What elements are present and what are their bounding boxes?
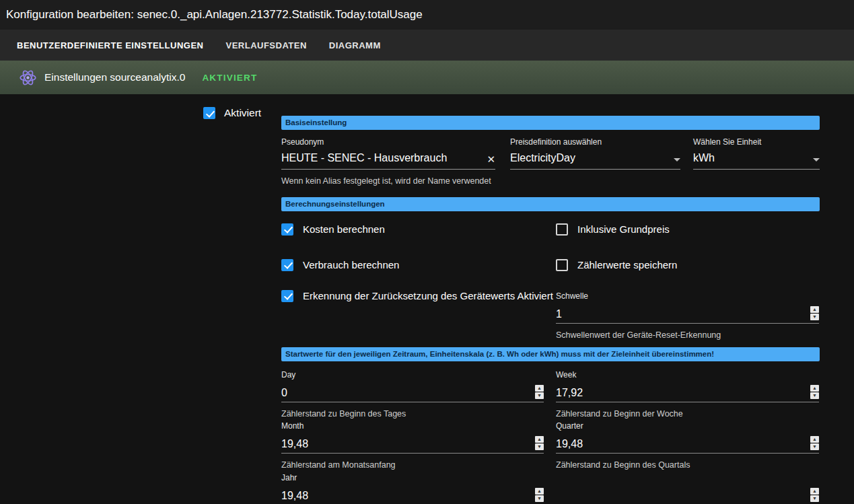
tab-custom-settings[interactable]: BENUTZERDEFINIERTE EINSTELLUNGEN [17,40,203,50]
pseudonym-label: Pseudonym [281,137,495,147]
stepper-down-icon[interactable]: ▼ [810,495,819,502]
kosten-berechnen-checkbox[interactable] [281,223,293,236]
stepper-up-icon[interactable]: ▲ [810,488,819,495]
year-label: Jahr [281,473,544,482]
tab-bar: BENUTZERDEFINIERTE EINSTELLUNGEN VERLAUF… [0,30,854,61]
start-value-week-field: Week 17,92 ▲ ▼ Zählerstand zu Beginn der… [556,370,819,421]
enabled-checkbox[interactable] [203,107,215,119]
checkbox-row-kosten-berechnen[interactable]: Kosten berechnen [281,223,556,236]
threshold-helper: Schwellenwert der Geräte-Reset-Erkennung [556,329,819,342]
unit-field: Wählen Sie Einheit kWh [693,137,820,188]
adapter-title: Einstellungen sourceanalytix.0 [44,71,185,83]
dialog-title-bar: Konfiguration bearbeiten: senec.0._api.A… [0,0,854,30]
start-values-grid: Day 0 ▲ ▼ Zählerstand zu Beginn des Tage… [281,370,820,504]
month-input[interactable]: 19,48 ▲ ▼ [281,436,544,454]
year-value: 19,48 [281,490,308,502]
week-stepper[interactable]: ▲ ▼ [810,385,819,399]
day-helper: Zählerstand zu Beginn des Tages [281,408,544,421]
stepper-up-icon[interactable]: ▲ [535,436,544,443]
threshold-field: Schwelle 1 ▲ ▼ Schwellenwert der Geräte-… [556,289,819,342]
stepper-up-icon[interactable]: ▲ [810,436,819,443]
checkbox-row-reset-erkennung[interactable]: Erkennung der Zurücksetzung des Gerätewe… [281,289,556,303]
week-input[interactable]: 17,92 ▲ ▼ [556,385,819,402]
week-helper: Zählerstand zu Beginn der Woche [556,408,819,421]
tab-history-data[interactable]: VERLAUFSDATEN [225,40,306,50]
stepper-up-icon[interactable]: ▲ [535,488,544,495]
unit-select[interactable]: kWh [693,152,820,170]
month-value: 19,48 [281,438,308,450]
checkbox-row-inklusive-grundpreis[interactable]: Inklusive Grundpreis [556,223,819,236]
day-value: 0 [281,387,287,399]
day-label: Day [281,370,544,380]
price-definition-field: Preisdefinition auswählen ElectricityDay [510,137,680,188]
quarter-value: 19,48 [556,438,583,450]
year-input[interactable]: 19,48 ▲ ▼ [281,488,544,504]
chevron-down-icon [674,158,680,161]
basis-fields-row: Pseudonym HEUTE - SENEC - Hausverbrauch … [281,137,820,188]
month-stepper[interactable]: ▲ ▼ [535,436,544,450]
kosten-berechnen-label: Kosten berechnen [303,223,385,236]
month-label: Month [281,421,544,431]
stepper-down-icon[interactable]: ▼ [535,495,544,502]
day-stepper[interactable]: ▲ ▼ [535,385,544,399]
week-label: Week [556,370,819,380]
quarter-helper: Zählerstand zu Beginn des Quartals [556,459,819,472]
partial-field-input[interactable]: ▲ ▼ [556,488,819,504]
calc-row-3: Erkennung der Zurücksetzung des Gerätewe… [281,289,820,342]
verbrauch-berechnen-checkbox[interactable] [281,259,293,271]
pseudonym-helper: Wenn kein Alias festgelegt ist, wird der… [281,175,495,188]
inklusive-grundpreis-checkbox[interactable] [556,223,568,236]
dialog-title: Konfiguration bearbeiten: senec.0._api.A… [6,8,423,22]
threshold-stepper[interactable]: ▲ ▼ [810,306,819,320]
section-header-start-values: Startwerte für den jeweiligen Zeitraum, … [281,347,820,361]
month-helper: Zählerstand am Monatsanfang [281,459,544,472]
reset-erkennung-checkbox[interactable] [281,290,293,302]
quarter-input[interactable]: 19,48 ▲ ▼ [556,436,819,454]
stepper-down-icon[interactable]: ▼ [810,314,819,320]
stepper-up-icon[interactable]: ▲ [810,306,819,313]
year-stepper[interactable]: ▲ ▼ [535,488,544,502]
price-definition-label: Preisdefinition auswählen [510,137,680,147]
calc-row-2: Verbrauch berechnen Zählerwerte speicher… [281,259,820,271]
start-value-year-field: Jahr 19,48 ▲ ▼ [281,473,544,504]
calc-row-1: Kosten berechnen Inklusive Grundpreis [281,223,820,236]
stepper-down-icon[interactable]: ▼ [810,392,819,399]
start-value-day-field: Day 0 ▲ ▼ Zählerstand zu Beginn des Tage… [281,370,544,421]
verbrauch-berechnen-label: Verbrauch berechnen [303,259,399,271]
clear-icon[interactable]: ✕ [487,154,495,164]
threshold-label: Schwelle [556,291,819,301]
checkbox-row-verbrauch-berechnen[interactable]: Verbrauch berechnen [281,259,556,271]
adapter-status-badge: AKTIVIERT [202,73,257,83]
settings-form: Aktiviert Basiseinstellung Pseudonym HEU… [0,94,854,504]
reset-erkennung-label: Erkennung der Zurücksetzung des Gerätewe… [303,289,553,303]
price-definition-select[interactable]: ElectricityDay [510,152,680,170]
form-column: Basiseinstellung Pseudonym HEUTE - SENEC… [281,94,820,504]
stepper-up-icon[interactable]: ▲ [810,385,819,392]
threshold-input[interactable]: 1 ▲ ▼ [556,306,819,324]
stepper-down-icon[interactable]: ▼ [535,443,544,450]
pseudonym-input[interactable]: HEUTE - SENEC - Hausverbrauch ✕ [281,152,495,170]
day-input[interactable]: 0 ▲ ▼ [281,385,544,402]
quarter-stepper[interactable]: ▲ ▼ [810,436,819,450]
pseudonym-field: Pseudonym HEUTE - SENEC - Hausverbrauch … [281,137,495,188]
stepper-down-icon[interactable]: ▼ [810,443,819,450]
unit-value: kWh [693,152,715,164]
start-value-partial-field: ▲ ▼ [556,473,819,504]
partial-field-label [556,473,819,482]
pseudonym-value: HEUTE - SENEC - Hausverbrauch [281,152,447,164]
price-definition-value: ElectricityDay [510,152,575,164]
stepper-down-icon[interactable]: ▼ [535,392,544,399]
enabled-label: Aktiviert [224,107,261,119]
config-dialog: Konfiguration bearbeiten: senec.0._api.A… [0,0,854,504]
checkbox-row-zaehlerwerte-speichern[interactable]: Zählerwerte speichern [556,259,819,271]
zaehlerwerte-speichern-checkbox[interactable] [556,259,568,271]
week-value: 17,92 [556,387,583,399]
section-header-basis: Basiseinstellung [281,116,820,130]
start-value-quarter-field: Quarter 19,48 ▲ ▼ Zählerstand zu Beginn … [556,421,819,472]
inklusive-grundpreis-label: Inklusive Grundpreis [577,223,670,236]
tab-chart[interactable]: DIAGRAMM [329,40,381,50]
stepper-up-icon[interactable]: ▲ [535,385,544,392]
enabled-row[interactable]: Aktiviert [203,107,261,119]
partial-field-stepper[interactable]: ▲ ▼ [810,488,819,502]
section-header-calculation: Berechnungseinstellungen [281,197,820,211]
